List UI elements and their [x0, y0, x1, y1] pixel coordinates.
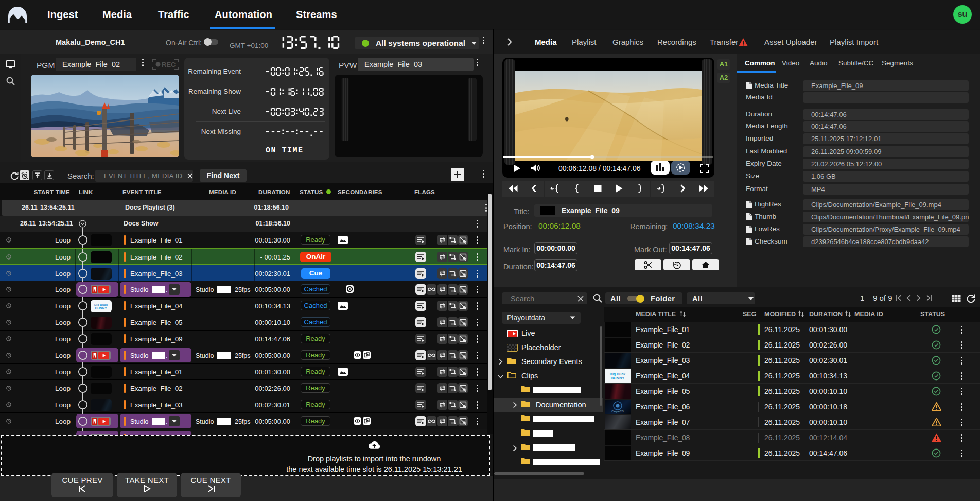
svg-text:BUNNY: BUNNY — [95, 306, 107, 310]
svg-text:CasparCG: CasparCG — [611, 410, 624, 413]
svg-text:REC: REC — [162, 61, 176, 68]
svg-text:BUNNY: BUNNY — [611, 376, 625, 381]
